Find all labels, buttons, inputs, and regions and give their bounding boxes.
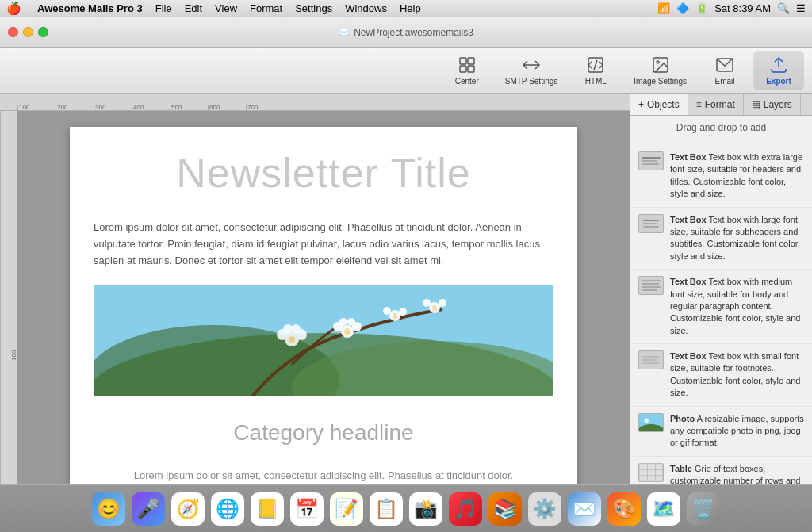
- menu-edit[interactable]: Edit: [185, 2, 202, 14]
- objects-tab-icon: +: [638, 99, 644, 110]
- format-tab-icon: ≡: [696, 99, 702, 110]
- svg-rect-3: [468, 66, 474, 72]
- panel-item-textbox-large[interactable]: Text Box Text box with large font size, …: [630, 208, 812, 270]
- panel-item-photo[interactable]: Photo A resizable image, supports any co…: [630, 407, 812, 457]
- svg-point-29: [423, 299, 431, 307]
- dock-books[interactable]: 📚: [488, 492, 522, 526]
- smtp-label: SMTP Settings: [505, 77, 558, 86]
- title-bar: ✉️ NewProject.awesomemails3: [0, 17, 812, 48]
- export-button[interactable]: Export: [753, 51, 804, 90]
- email-title-section[interactable]: Newsletter Title: [70, 127, 577, 212]
- bluetooth-icon: 🔷: [676, 2, 689, 14]
- toolbar: Center SMTP Settings HTML Image Settings: [0, 48, 812, 94]
- email-canvas[interactable]: Newsletter Title Lorem ipsum dolor sit a…: [70, 127, 577, 484]
- menu-bar: 🍎 Awesome Mails Pro 3 File Edit View For…: [0, 0, 812, 17]
- battery-icon: 🔋: [695, 2, 708, 14]
- dock-siri[interactable]: 🎤: [132, 492, 165, 526]
- panel-item-textbox-medium[interactable]: Text Box Text box with medium font size,…: [630, 270, 812, 344]
- dock-photos[interactable]: 📸: [409, 492, 442, 526]
- svg-rect-2: [460, 66, 466, 72]
- textbox-medium-icon: [638, 276, 664, 295]
- panel-items[interactable]: Text Box Text box with extra large font …: [630, 140, 812, 484]
- email-image[interactable]: [94, 285, 553, 396]
- ruler-corner: [0, 94, 17, 111]
- image-settings-label: Image Settings: [634, 77, 687, 86]
- layers-tab-label: Layers: [764, 99, 792, 110]
- menu-file[interactable]: File: [155, 2, 172, 14]
- smtp-settings-button[interactable]: SMTP Settings: [496, 51, 568, 90]
- textbox-xl-text: Text Box Text box with extra large font …: [670, 151, 804, 201]
- image-settings-button[interactable]: Image Settings: [624, 51, 696, 90]
- control-center-icon[interactable]: ☰: [796, 2, 806, 14]
- close-button[interactable]: [8, 27, 18, 37]
- svg-point-26: [291, 324, 301, 334]
- svg-rect-35: [639, 464, 663, 482]
- svg-rect-0: [460, 58, 466, 64]
- photo-icon: [638, 413, 664, 432]
- dock-chrome[interactable]: 🌐: [211, 492, 244, 526]
- dock-calendar[interactable]: 📅: [290, 492, 324, 526]
- textbox-large-icon: [638, 214, 664, 233]
- panel-header-text: Drag and drop to add: [676, 122, 766, 133]
- horizontal-ruler: 100 200 300 400 500 600 700: [17, 94, 630, 111]
- dock-safari[interactable]: 🧭: [171, 492, 205, 526]
- panel-item-table[interactable]: Table Grid of text boxes, customizable n…: [630, 457, 812, 484]
- minimize-button[interactable]: [23, 27, 33, 37]
- svg-point-21: [393, 313, 397, 318]
- textbox-small-text: Text Box Text box with small font size, …: [670, 350, 804, 400]
- canvas-content: 100 200 300 400 500 Newsletter Title: [0, 111, 630, 484]
- svg-point-31: [432, 305, 437, 310]
- subtitle-section[interactable]: Lorem ipsum dolor sit amet, consectetur …: [70, 469, 577, 484]
- dock-trash[interactable]: 🗑️: [687, 492, 720, 526]
- menu-help[interactable]: Help: [400, 2, 421, 14]
- window-title: ✉️ NewProject.awesomemails3: [339, 27, 473, 38]
- dock-pixelmator[interactable]: 🎨: [607, 492, 641, 526]
- menu-view[interactable]: View: [215, 2, 237, 14]
- textbox-medium-text: Text Box Text box with medium font size,…: [670, 276, 804, 337]
- html-label: HTML: [585, 77, 607, 86]
- menubar-right: 📶 🔷 🔋 Sat 8:39 AM 🔍 ☰: [657, 2, 806, 14]
- category-headline[interactable]: Category headline: [94, 420, 553, 446]
- dock-system-prefs[interactable]: ⚙️: [528, 492, 561, 526]
- html-button[interactable]: HTML: [570, 51, 621, 90]
- dock-finder[interactable]: 😊: [92, 492, 125, 526]
- ruler-container: 100 200 300 400 500 600 700: [0, 94, 630, 111]
- panel-item-textbox-small[interactable]: Text Box Text box with small font size, …: [630, 344, 812, 407]
- search-icon[interactable]: 🔍: [777, 2, 790, 14]
- apple-menu[interactable]: 🍎: [6, 2, 21, 16]
- tab-objects[interactable]: + Objects: [630, 94, 688, 115]
- email-title[interactable]: Newsletter Title: [86, 151, 561, 196]
- menu-windows[interactable]: Windows: [345, 2, 387, 14]
- dock-notes[interactable]: 📝: [330, 492, 363, 526]
- dock-music[interactable]: 🎵: [449, 492, 482, 526]
- center-label: Center: [455, 77, 479, 86]
- email-button[interactable]: Email: [699, 51, 750, 90]
- app-name[interactable]: Awesome Mails Pro 3: [37, 2, 143, 14]
- dock: 😊 🎤 🧭 🌐 📒 📅 📝 📋 📸 🎵 📚 ⚙️ ✉️ 🎨 🗺️ 🗑️: [0, 484, 812, 532]
- format-tab-label: Format: [705, 99, 735, 110]
- center-button[interactable]: Center: [442, 51, 492, 90]
- menu-format[interactable]: Format: [250, 2, 282, 14]
- panel-item-textbox-xl[interactable]: Text Box Text box with extra large font …: [630, 145, 812, 208]
- svg-point-27: [289, 336, 295, 343]
- email-subtitle[interactable]: Lorem ipsum dolor sit amet, consectetur …: [94, 469, 553, 481]
- right-panel: + Objects ≡ Format ▤ Layers Drag and dro…: [630, 94, 812, 484]
- photo-text: Photo A resizable image, supports any co…: [670, 413, 804, 450]
- category-section[interactable]: Category headline: [70, 396, 577, 469]
- svg-point-34: [645, 418, 649, 423]
- maximize-button[interactable]: [38, 27, 48, 37]
- menu-settings[interactable]: Settings: [295, 2, 332, 14]
- canvas-scroll[interactable]: Newsletter Title Lorem ipsum dolor sit a…: [17, 111, 630, 484]
- dock-contacts[interactable]: 📒: [251, 492, 284, 526]
- email-body-text[interactable]: Lorem ipsum dolor sit amet, consectetur …: [94, 220, 553, 269]
- tab-layers[interactable]: ▤ Layers: [744, 94, 801, 115]
- tab-format[interactable]: ≡ Format: [688, 94, 744, 115]
- dock-mail[interactable]: ✉️: [568, 492, 601, 526]
- canvas-area[interactable]: 100 200 300 400 500 600 700 100 200 300 …: [0, 94, 630, 484]
- dock-maps[interactable]: 🗺️: [647, 492, 680, 526]
- dock-reminders[interactable]: 📋: [370, 492, 403, 526]
- vertical-ruler: 100 200 300 400 500: [0, 111, 17, 484]
- textbox-xl-icon: [638, 151, 664, 170]
- panel-header: Drag and drop to add: [630, 116, 812, 140]
- svg-point-17: [344, 328, 350, 335]
